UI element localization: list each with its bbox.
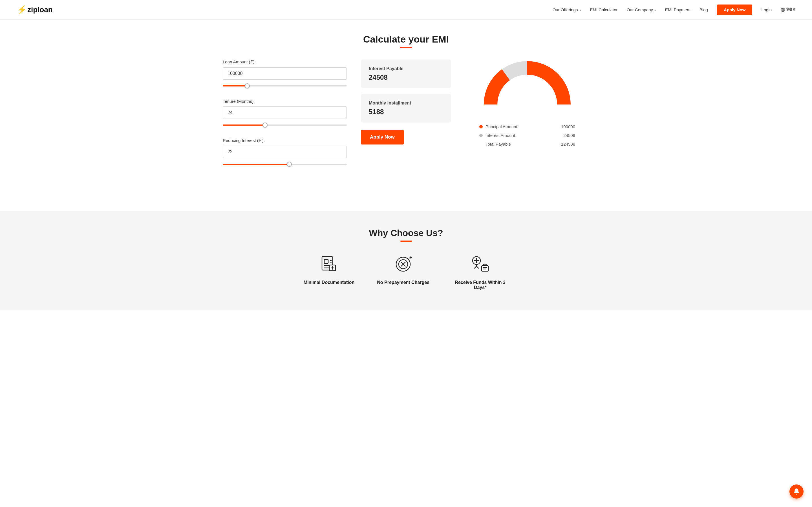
interest-dot <box>479 134 483 137</box>
nav-links: Our Offerings › EMI Calculator Our Compa… <box>553 4 795 15</box>
interest-rate-label: Reducing Interest (%): <box>223 138 347 143</box>
principal-value: 100000 <box>561 124 575 129</box>
total-value: 124508 <box>561 142 575 147</box>
why-cards: Minimal Documentation No Prepayment Char… <box>17 253 795 290</box>
why-docs-label: Minimal Documentation <box>304 280 354 285</box>
main-content: Calculate your EMI Loan Amount (₹): Tenu… <box>0 20 812 194</box>
nav-item-emi-payment[interactable]: EMI Payment <box>665 7 691 12</box>
emi-chart: Principal Amount 100000 Interest Amount … <box>465 59 589 151</box>
interest-label: Interest Amount <box>486 133 515 138</box>
why-funds-label: Receive Funds Within 3 Days* <box>452 280 508 290</box>
why-choose-us-section: Why Choose Us? Minimal Documentation <box>0 211 812 310</box>
interest-rate-input[interactable] <box>223 146 347 158</box>
chart-legend: Principal Amount 100000 Interest Amount … <box>479 124 575 151</box>
nav-item-emi-calc[interactable]: EMI Calculator <box>590 7 617 12</box>
monthly-installment-value: 5188 <box>369 108 443 116</box>
svg-rect-20 <box>481 266 488 271</box>
total-label: Total Payable <box>486 142 511 147</box>
interest-rate-group: Reducing Interest (%): <box>223 138 347 167</box>
principal-label: Principal Amount <box>486 124 517 129</box>
why-card-funds: Receive Funds Within 3 Days* <box>452 253 508 290</box>
tenure-label: Tenure (Months): <box>223 99 347 104</box>
interest-payable-label: Interest Payable <box>369 66 443 71</box>
why-card-docs: Minimal Documentation <box>304 253 354 290</box>
total-dot <box>479 143 483 146</box>
why-card-prepayment: No Prepayment Charges <box>377 253 429 290</box>
doc-icon <box>318 253 340 276</box>
loan-amount-slider[interactable] <box>223 86 347 87</box>
logo[interactable]: ⚡ ziploan <box>17 5 53 14</box>
legend-total-row: Total Payable 124508 <box>479 142 575 147</box>
donut-svg <box>479 59 575 116</box>
logo-bolt-icon: ⚡ <box>17 5 27 14</box>
tenure-group: Tenure (Months): <box>223 99 347 128</box>
monthly-installment-card: Monthly Installment 5188 <box>361 94 451 122</box>
interest-payable-card: Interest Payable 24508 <box>361 59 451 88</box>
emi-calculator-wrapper: Loan Amount (₹): Tenure (Months): Reduci… <box>223 59 589 177</box>
emi-inputs: Loan Amount (₹): Tenure (Months): Reduci… <box>223 59 347 177</box>
loan-amount-label: Loan Amount (₹): <box>223 59 347 64</box>
donut-chart <box>479 59 575 116</box>
why-title: Why Choose Us? <box>369 228 443 242</box>
funds-icon <box>469 253 492 276</box>
language-label: हिंदी में <box>786 7 795 12</box>
logo-text: ziploan <box>28 5 53 14</box>
page-title: Calculate your EMI <box>363 34 449 48</box>
apply-now-nav-button[interactable]: Apply Now <box>717 4 753 15</box>
apply-now-calc-button[interactable]: Apply Now <box>361 130 404 145</box>
no-charge-icon <box>392 253 414 276</box>
tenure-input[interactable] <box>223 107 347 119</box>
principal-dot <box>479 125 483 128</box>
login-link[interactable]: Login <box>761 7 772 12</box>
chevron-right-icon: › <box>655 8 656 12</box>
nav-item-offerings[interactable]: Our Offerings › <box>553 7 581 12</box>
interest-rate-slider[interactable] <box>223 164 347 165</box>
chevron-right-icon: › <box>580 8 581 12</box>
interest-value: 24508 <box>563 133 575 138</box>
legend-interest-row: Interest Amount 24508 <box>479 133 575 138</box>
tenure-slider-wrapper <box>223 122 347 128</box>
interest-rate-slider-wrapper <box>223 161 347 167</box>
emi-results: Interest Payable 24508 Monthly Installme… <box>361 59 451 145</box>
interest-payable-value: 24508 <box>369 73 443 81</box>
loan-amount-group: Loan Amount (₹): <box>223 59 347 89</box>
loan-amount-input[interactable] <box>223 67 347 80</box>
navbar: ⚡ ziploan Our Offerings › EMI Calculator… <box>0 0 812 20</box>
monthly-installment-label: Monthly Installment <box>369 101 443 106</box>
language-selector[interactable]: हिंदी में <box>781 7 795 12</box>
nav-item-company[interactable]: Our Company › <box>627 7 656 12</box>
why-prepayment-label: No Prepayment Charges <box>377 280 429 285</box>
donut-principal-arc <box>491 68 564 116</box>
tenure-slider[interactable] <box>223 124 347 126</box>
svg-rect-4 <box>324 260 328 263</box>
loan-amount-slider-wrapper <box>223 83 347 89</box>
nav-item-blog[interactable]: Blog <box>700 7 708 12</box>
legend-principal-row: Principal Amount 100000 <box>479 124 575 129</box>
